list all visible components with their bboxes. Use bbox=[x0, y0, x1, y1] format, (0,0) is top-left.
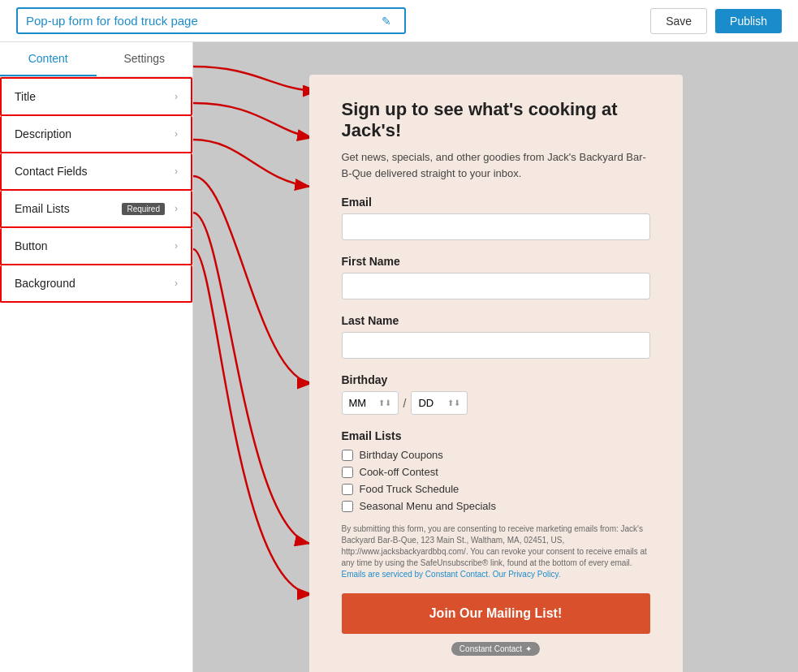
chevron-right-icon: › bbox=[175, 166, 178, 177]
email-lists-title: Email Lists bbox=[342, 429, 650, 442]
cookoff-contest-label: Cook-off Contest bbox=[360, 466, 438, 478]
birthday-row: MM ⬆⬇ / DD ⬆⬇ bbox=[342, 391, 650, 415]
chevron-right-icon: › bbox=[175, 240, 178, 252]
chevron-right-icon: › bbox=[175, 278, 178, 289]
last-name-input[interactable] bbox=[342, 332, 650, 359]
sidebar: Content Settings Title › Description › C… bbox=[0, 42, 193, 672]
sidebar-item-email-lists-right: Required › bbox=[122, 203, 178, 215]
main-layout: Content Settings Title › Description › C… bbox=[0, 42, 798, 672]
sidebar-item-background-label: Background bbox=[15, 277, 75, 290]
food-truck-schedule-checkbox[interactable] bbox=[342, 484, 353, 495]
top-bar: ✎ Save Publish bbox=[0, 0, 798, 42]
sidebar-item-description[interactable]: Description › bbox=[0, 116, 192, 153]
sidebar-item-email-lists-label: Email Lists bbox=[15, 202, 70, 215]
list-item: Birthday Coupons bbox=[342, 449, 650, 461]
birthday-mm-input[interactable]: MM ⬆⬇ bbox=[342, 391, 399, 415]
birthday-mm-placeholder: MM bbox=[349, 397, 367, 409]
save-button[interactable]: Save bbox=[650, 8, 707, 34]
sidebar-item-contact-fields-label: Contact Fields bbox=[15, 165, 87, 178]
tab-settings[interactable]: Settings bbox=[97, 42, 193, 76]
chevron-right-icon: › bbox=[175, 91, 178, 102]
birthday-coupons-checkbox[interactable] bbox=[342, 450, 353, 461]
sidebar-item-button[interactable]: Button › bbox=[0, 228, 192, 265]
list-item: Food Truck Schedule bbox=[342, 483, 650, 495]
cc-badge-inner: Constant Contact ✦ bbox=[451, 642, 540, 656]
sidebar-item-title[interactable]: Title › bbox=[0, 77, 192, 116]
sidebar-item-contact-fields[interactable]: Contact Fields › bbox=[0, 153, 192, 191]
first-name-input[interactable] bbox=[342, 273, 650, 299]
sidebar-item-email-lists[interactable]: Email Lists Required › bbox=[0, 191, 192, 228]
cc-logo-icon: ✦ bbox=[525, 644, 532, 653]
birthday-separator: / bbox=[403, 397, 407, 410]
tab-content[interactable]: Content bbox=[0, 42, 97, 76]
email-lists-section: Email Lists Birthday Coupons Cook-off Co… bbox=[342, 429, 650, 512]
chevron-right-icon: › bbox=[175, 128, 178, 140]
serviced-by-link[interactable]: Emails are serviced by Constant Contact. bbox=[342, 570, 490, 579]
preview-area: Sign up to see what's cooking at Jack's!… bbox=[193, 42, 798, 672]
form-description: Get news, specials, and other goodies fr… bbox=[342, 149, 650, 181]
seasonal-menu-checkbox[interactable] bbox=[342, 501, 353, 512]
form-title-input[interactable] bbox=[16, 7, 406, 34]
list-item: Cook-off Contest bbox=[342, 466, 650, 478]
privacy-policy-link[interactable]: Our Privacy Policy. bbox=[493, 570, 561, 579]
last-name-label: Last Name bbox=[342, 314, 650, 327]
food-truck-schedule-label: Food Truck Schedule bbox=[360, 483, 459, 495]
birthday-label: Birthday bbox=[342, 373, 650, 386]
sidebar-tabs: Content Settings bbox=[0, 42, 192, 77]
form-heading: Sign up to see what's cooking at Jack's! bbox=[342, 99, 650, 141]
publish-button[interactable]: Publish bbox=[715, 9, 782, 33]
list-item: Seasonal Menu and Specials bbox=[342, 500, 650, 512]
consent-text: By submitting this form, you are consent… bbox=[342, 523, 650, 580]
cc-badge: Constant Contact ✦ bbox=[342, 642, 650, 656]
cookoff-contest-checkbox[interactable] bbox=[342, 467, 353, 478]
birthday-dd-spinner[interactable]: ⬆⬇ bbox=[447, 398, 460, 407]
form-card: Sign up to see what's cooking at Jack's!… bbox=[309, 75, 683, 672]
seasonal-menu-label: Seasonal Menu and Specials bbox=[360, 500, 496, 512]
sidebar-item-title-label: Title bbox=[15, 90, 36, 103]
birthday-coupons-label: Birthday Coupons bbox=[360, 449, 443, 461]
cc-badge-label: Constant Contact bbox=[459, 644, 522, 653]
sidebar-item-description-label: Description bbox=[15, 127, 71, 140]
first-name-label: First Name bbox=[342, 255, 650, 268]
edit-icon[interactable]: ✎ bbox=[382, 15, 391, 28]
email-input[interactable] bbox=[342, 213, 650, 240]
birthday-mm-spinner[interactable]: ⬆⬇ bbox=[378, 398, 391, 407]
chevron-right-icon: › bbox=[175, 203, 178, 214]
sidebar-item-button-label: Button bbox=[15, 239, 47, 252]
top-bar-actions: Save Publish bbox=[650, 8, 782, 34]
sidebar-item-background[interactable]: Background › bbox=[0, 265, 192, 303]
email-label: Email bbox=[342, 196, 650, 209]
required-badge: Required bbox=[122, 203, 165, 215]
birthday-dd-placeholder: DD bbox=[418, 397, 434, 409]
submit-button[interactable]: Join Our Mailing List! bbox=[342, 593, 650, 634]
birthday-dd-input[interactable]: DD ⬆⬇ bbox=[411, 391, 468, 415]
